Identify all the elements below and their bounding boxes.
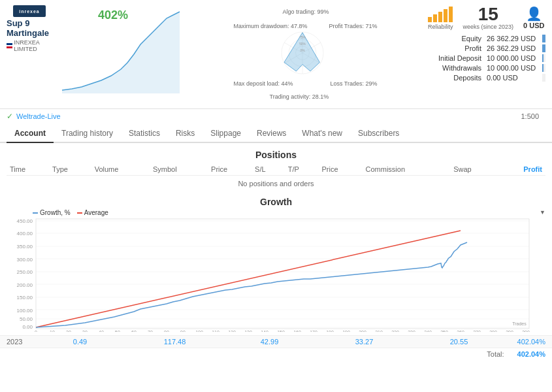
svg-text:80: 80 <box>164 330 169 332</box>
legend-average-label: Average <box>84 209 108 216</box>
svg-text:250.00: 250.00 <box>17 269 33 275</box>
col-type: Type <box>49 163 91 176</box>
svg-line-76 <box>36 231 461 327</box>
svg-text:200: 200 <box>359 330 366 332</box>
tab-whats-new[interactable]: What's new <box>294 125 350 143</box>
broker-link[interactable]: Weltrade-Live <box>16 112 61 120</box>
tab-risks[interactable]: Risks <box>168 125 203 143</box>
svg-text:110: 110 <box>212 330 219 332</box>
svg-text:400.00: 400.00 <box>17 231 33 237</box>
svg-text:180: 180 <box>326 330 334 332</box>
svg-text:100: 100 <box>195 330 203 332</box>
reliability-label: Reliability <box>428 24 453 30</box>
flag-icon <box>7 43 12 48</box>
col-price2: Price <box>319 163 363 176</box>
svg-text:20: 20 <box>66 330 71 332</box>
svg-text:75%: 75% <box>299 36 306 39</box>
svg-text:280: 280 <box>489 330 497 332</box>
tab-subscribers[interactable]: Subscribers <box>350 125 407 143</box>
reliability-bars <box>428 6 453 22</box>
svg-text:270: 270 <box>473 330 481 332</box>
svg-text:130: 130 <box>244 330 252 332</box>
legend-growth-label: Growth, % <box>40 209 71 216</box>
col-swap: Swap <box>450 163 497 176</box>
col-sl: S/L <box>252 163 285 176</box>
svg-text:290: 290 <box>506 330 513 332</box>
growth-legend: Growth, % Average ▼ <box>7 209 545 216</box>
radar-svg: 75% 50% 0% <box>276 27 329 79</box>
positions-table: Time Type Volume Symbol Price S/L T/P Pr… <box>7 163 545 191</box>
equity-value: 26 362.29 USD <box>487 35 542 42</box>
svg-text:0.00: 0.00 <box>22 324 33 330</box>
rel-bar-4 <box>444 9 447 22</box>
metric-withdrawals: Withdrawals 10 000.00 USD <box>428 64 545 72</box>
usd-amount: 0 USD <box>523 22 544 29</box>
growth-chart-container: 450.00 400.00 350.00 300.00 250.00 200.0… <box>7 218 545 335</box>
svg-text:350.00: 350.00 <box>17 244 33 250</box>
rel-bar-1 <box>428 17 432 22</box>
svg-text:30: 30 <box>82 330 88 332</box>
tab-reviews[interactable]: Reviews <box>249 125 294 143</box>
tab-statistics[interactable]: Statistics <box>121 125 168 143</box>
weeks-num: 15 <box>478 5 498 24</box>
no-positions-row: No positions and orders <box>7 176 545 192</box>
deposits-label: Deposits <box>428 74 487 82</box>
withdrawals-bar <box>542 64 544 72</box>
profit-bar <box>542 44 545 52</box>
svg-text:Trades: Trades <box>512 321 527 326</box>
no-positions-msg: No positions and orders <box>7 176 545 192</box>
withdrawals-bar-bg <box>542 64 545 72</box>
col-profit: Profit <box>497 163 545 176</box>
svg-text:50%: 50% <box>299 42 306 46</box>
year-ytd: 402.04% <box>506 338 545 346</box>
rel-bar-2 <box>433 14 437 22</box>
radar-activity: Trading activity: 28.1% <box>270 93 329 100</box>
svg-text:70: 70 <box>148 330 153 332</box>
withdrawals-value: 10 000.00 USD <box>487 64 542 72</box>
svg-text:60: 60 <box>131 330 137 332</box>
tab-account[interactable]: Account <box>7 125 54 143</box>
initial-value: 10 000.00 USD <box>487 54 542 62</box>
radar-loss: Loss Trades: 29% <box>330 80 377 87</box>
total-row: Total: 402.04% <box>0 348 552 360</box>
svg-text:120: 120 <box>228 330 236 332</box>
growth-chart-svg: 450.00 400.00 350.00 300.00 250.00 200.0… <box>10 218 532 332</box>
growth-title: Growth <box>7 197 545 207</box>
tabs-nav: Account Trading history Statistics Risks… <box>0 125 552 143</box>
svg-text:250: 250 <box>440 330 448 332</box>
profit-bar-bg <box>542 44 545 52</box>
stats-right: Reliability 15 weeks (since 2023) 👤 0 US… <box>428 5 545 84</box>
withdrawals-label: Withdrawals <box>428 64 487 72</box>
metric-initial: Initial Deposit 10 000.00 USD <box>428 54 545 62</box>
initial-bar <box>542 54 544 62</box>
arrow-indicator: ▼ <box>540 209 545 216</box>
svg-text:210: 210 <box>375 330 383 332</box>
tab-slippage[interactable]: Slippage <box>203 125 249 143</box>
col-tp: T/P <box>285 163 319 176</box>
svg-text:150: 150 <box>277 330 285 332</box>
weeks-label: weeks (since 2023) <box>463 24 514 30</box>
tab-trading-history[interactable]: Trading history <box>54 125 121 143</box>
svg-text:0: 0 <box>35 330 37 332</box>
year-val-1: 0.49 <box>33 338 127 346</box>
svg-text:300.00: 300.00 <box>17 257 33 263</box>
svg-text:90: 90 <box>180 330 186 332</box>
deposits-value: 0.00 USD <box>487 74 542 82</box>
svg-rect-31 <box>36 219 529 329</box>
logo-area: inrexea Sup 9 Martingale INREXEA LIMITED <box>7 5 52 52</box>
col-symbol: Symbol <box>150 163 208 176</box>
equity-bar <box>542 35 545 42</box>
stats-top: Reliability 15 weeks (since 2023) 👤 0 US… <box>428 5 545 30</box>
rel-bar-5 <box>449 7 453 22</box>
svg-text:50.00: 50.00 <box>20 316 33 322</box>
total-value: 402.04% <box>517 350 545 358</box>
svg-text:160: 160 <box>293 330 301 332</box>
percent-label: 402% <box>98 8 128 22</box>
legend-growth: Growth, % <box>33 209 71 216</box>
leverage: 1:500 <box>521 112 539 120</box>
radar-deposit: Max deposit load: 44% <box>234 80 293 87</box>
positions-section: Positions Time Type Volume Symbol Price … <box>0 143 552 195</box>
profit-value: 26 362.29 USD <box>487 44 542 52</box>
svg-text:10: 10 <box>50 330 55 332</box>
svg-text:190: 190 <box>342 330 350 332</box>
